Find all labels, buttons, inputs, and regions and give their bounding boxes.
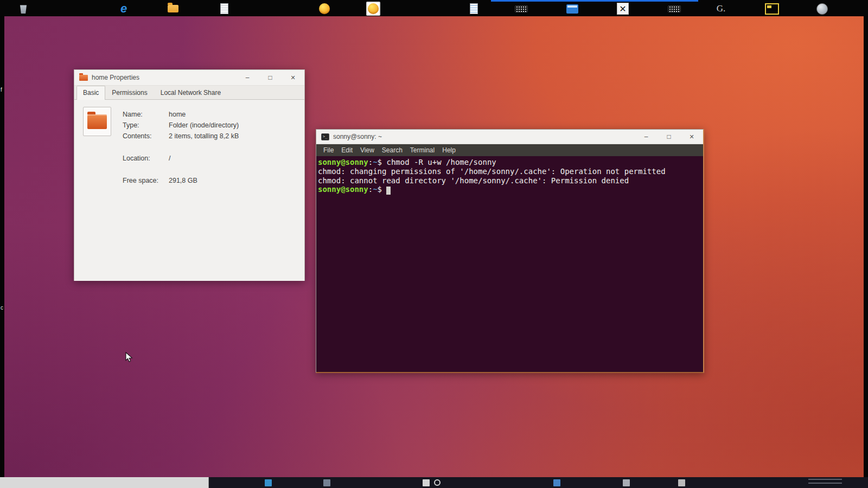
tab-basic[interactable]: Basic — [76, 86, 105, 100]
x-glyph: ✕ — [617, 3, 629, 15]
properties-window: home Properties – □ ✕ BasicPermissionsLo… — [74, 69, 305, 281]
browser-e-icon[interactable]: e — [117, 2, 131, 16]
field-row: Location:/ — [123, 153, 300, 164]
g-glyph: G. — [717, 3, 726, 14]
field-label: Name: — [123, 111, 169, 118]
folder-icon — [87, 114, 107, 129]
menu-file[interactable]: File — [320, 146, 337, 154]
folder-icon[interactable] — [166, 2, 180, 16]
maximize-button[interactable]: □ — [259, 70, 282, 85]
taskbar-icon[interactable] — [265, 479, 272, 486]
terminal-text: : — [368, 158, 373, 166]
taskbar-clock-area[interactable] — [808, 479, 842, 486]
field-value: 2 items, totalling 8,2 kB — [169, 132, 239, 140]
host-icon-label-fragment: c — [1, 305, 3, 311]
globe-glyph — [816, 3, 828, 15]
close-button[interactable]: ✕ — [282, 70, 304, 85]
folder-glyph — [168, 5, 178, 12]
properties-titlebar[interactable]: home Properties – □ ✕ — [74, 70, 304, 86]
terminal-text: sonny@sonny — [318, 185, 368, 194]
menu-search[interactable]: Search — [378, 146, 406, 154]
field-label: Contents: — [123, 132, 169, 140]
field-value: Folder (inode/directory) — [169, 121, 239, 129]
terminal-window: >_ sonny@sonny: ~ – □ ✕ FileEditViewSear… — [316, 129, 704, 373]
yellow-window-icon[interactable] — [765, 2, 779, 16]
terminal-text: chmod -R u+w /home/sonny — [386, 158, 496, 166]
field-row: Type:Folder (inode/directory) — [123, 120, 300, 131]
keyboard-icon[interactable] — [667, 2, 681, 16]
taskbar-icon[interactable] — [678, 479, 685, 486]
screen: e ✕ G. f c home Properties – □ ✕ BasicPe… — [0, 0, 868, 488]
g-shortcut-icon[interactable]: G. — [714, 2, 728, 16]
terminal-cursor — [386, 187, 391, 195]
window-outline-glyph — [765, 3, 779, 15]
emoji-framed-icon[interactable] — [366, 2, 380, 16]
terminal-text: : — [368, 185, 373, 194]
taskbar-search-icon[interactable] — [434, 479, 441, 486]
field-value: 291,8 GB — [169, 177, 197, 184]
smiley-glyph — [319, 3, 330, 14]
folder-preview-button[interactable] — [83, 107, 111, 136]
taskbar-icon[interactable] — [323, 479, 330, 486]
document-icon[interactable] — [467, 2, 481, 16]
taskbar-icon[interactable] — [623, 479, 630, 486]
maximize-button[interactable]: □ — [658, 130, 680, 144]
keyboard-glyph — [668, 5, 681, 12]
mouse-cursor — [125, 352, 133, 363]
field-value: home — [169, 111, 186, 118]
field-label: Location: — [123, 155, 169, 162]
terminal-line: sonny@sonny:~$ chmod -R u+w /home/sonny — [318, 158, 702, 167]
tab-local-network-share[interactable]: Local Network Share — [154, 86, 227, 100]
terminal-icon: >_ — [321, 133, 329, 140]
field-row: Contents:2 items, totalling 8,2 kB — [123, 131, 300, 142]
terminal-text: ~ — [373, 185, 377, 194]
keyboard-icon[interactable] — [514, 2, 528, 16]
globe-icon[interactable] — [815, 2, 829, 16]
field-label: Free space: — [123, 177, 169, 184]
properties-fields: Name:homeType:Folder (inode/directory)Co… — [123, 109, 300, 186]
terminal-line: chmod: changing permissions of '/home/so… — [318, 167, 702, 176]
notepad-glyph — [220, 3, 228, 14]
menu-view[interactable]: View — [356, 146, 378, 154]
menu-terminal[interactable]: Terminal — [406, 146, 438, 154]
emoji-icon[interactable] — [317, 2, 331, 16]
host-desktop-strip: e ✕ G. — [0, 0, 868, 16]
terminal-text: $ — [378, 158, 387, 166]
blue-window-icon[interactable] — [565, 2, 579, 16]
terminal-line: chmod: cannot read directory '/home/sonn… — [318, 176, 702, 185]
tab-permissions[interactable]: Permissions — [105, 86, 154, 100]
x-document-icon[interactable]: ✕ — [616, 2, 630, 16]
terminal-text: chmod: cannot read directory '/home/sonn… — [318, 176, 629, 185]
e-glyph: e — [120, 3, 127, 15]
terminal-menubar: FileEditViewSearchTerminalHelp — [316, 144, 703, 156]
window-controls: – □ ✕ — [236, 70, 304, 85]
field-row: Name:home — [123, 109, 300, 120]
taskbar-icon[interactable] — [553, 479, 560, 486]
keyboard-glyph — [515, 5, 528, 12]
menu-edit[interactable]: Edit — [337, 146, 356, 154]
properties-tabs: BasicPermissionsLocal Network Share — [74, 86, 304, 100]
document-glyph — [470, 3, 478, 14]
taskbar-app-segment[interactable] — [0, 477, 209, 488]
notepad-icon[interactable] — [217, 2, 231, 16]
window-controls: – □ ✕ — [635, 130, 703, 144]
smiley-glyph — [368, 3, 379, 14]
properties-content: Name:homeType:Folder (inode/directory)Co… — [74, 100, 304, 281]
minimize-button[interactable]: – — [635, 130, 658, 144]
field-row: Free space:291,8 GB — [123, 175, 300, 186]
host-taskbar — [0, 477, 868, 488]
taskbar-icon[interactable] — [423, 479, 430, 486]
terminal-text: sonny@sonny — [318, 158, 368, 166]
menu-help[interactable]: Help — [438, 146, 459, 154]
terminal-text: ~ — [373, 158, 377, 166]
close-button[interactable]: ✕ — [680, 130, 703, 144]
field-label: Type: — [123, 121, 169, 129]
terminal-titlebar[interactable]: >_ sonny@sonny: ~ – □ ✕ — [316, 130, 703, 144]
minimize-button[interactable]: – — [236, 70, 259, 85]
terminal-body[interactable]: sonny@sonny:~$ chmod -R u+w /home/sonnyc… — [316, 156, 703, 372]
folder-icon — [79, 75, 88, 81]
field-value: / — [169, 155, 170, 162]
recycle-bin-icon[interactable] — [16, 2, 30, 16]
terminal-text: $ — [378, 185, 387, 194]
window-title: sonny@sonny: ~ — [333, 133, 635, 140]
